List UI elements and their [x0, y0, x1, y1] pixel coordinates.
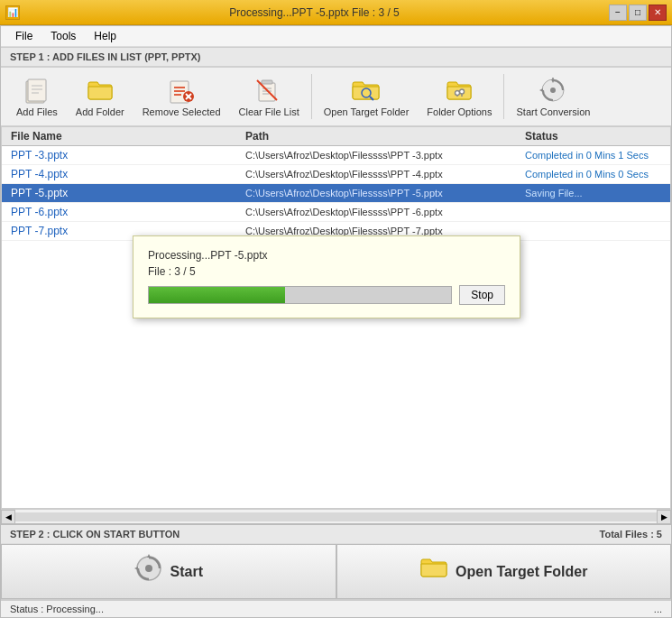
open-target-folder-big-icon	[419, 555, 448, 588]
start-conversion-button[interactable]: Start Conversion	[508, 71, 598, 122]
menu-bar: File Tools Help	[1, 26, 671, 47]
file-status-cell: Completed in 0 Mins 0 Secs	[516, 169, 670, 180]
title-bar-left: 📊	[5, 5, 20, 20]
file-path-cell: C:\Users\Afroz\Desktop\Filessss\PPT -3.p…	[236, 150, 516, 161]
file-path-cell: C:\Users\Afroz\Desktop\Filessss\PPT -6.p…	[236, 207, 516, 217]
file-name-cell: PPT -4.pptx	[2, 168, 236, 180]
status-text: Status : Processing...	[10, 604, 104, 614]
progress-line1: Processing...PPT -5.pptx	[148, 249, 505, 262]
svg-marker-31	[147, 554, 151, 558]
file-list-area: File Name Path Status PPT -3.pptxC:\User…	[1, 126, 671, 509]
scroll-left-button[interactable]: ◀	[1, 510, 15, 524]
app-icon: 📊	[5, 5, 20, 20]
open-target-folder-button[interactable]: Open Target Folder	[316, 71, 418, 122]
svg-point-30	[145, 565, 152, 572]
svg-point-23	[460, 89, 465, 94]
file-path-cell: C:\Users\Afroz\Desktop\Filessss\PPT -4.p…	[236, 169, 516, 180]
table-row[interactable]: PPT -4.pptxC:\Users\Afroz\Desktop\Filess…	[2, 165, 670, 184]
scroll-right-button[interactable]: ▶	[657, 510, 671, 524]
title-bar: 📊 Processing...PPT -5.pptx File : 3 / 5 …	[0, 0, 672, 25]
file-name-cell: PPT -5.pptx	[2, 187, 236, 199]
toolbar: Add Files Add Folder	[1, 68, 671, 126]
table-row[interactable]: PPT -6.pptxC:\Users\Afroz\Desktop\Filess…	[2, 203, 670, 222]
toolbar-separator	[311, 74, 312, 119]
progress-line2: File : 3 / 5	[148, 265, 505, 278]
open-target-folder-icon	[350, 76, 382, 105]
col-header-name: File Name	[2, 130, 236, 143]
status-bar: Status : Processing... ...	[1, 600, 671, 617]
svg-point-21	[456, 91, 460, 96]
step2-header: STEP 2 : CLICK ON START BUTTON Total Fil…	[1, 523, 671, 544]
menu-help[interactable]: Help	[87, 28, 124, 44]
svg-marker-32	[134, 567, 138, 570]
start-button[interactable]: Start	[1, 544, 336, 599]
remove-selected-button[interactable]: Remove Selected	[134, 71, 229, 122]
svg-rect-13	[262, 80, 272, 84]
bottom-buttons: Start Open Target Folder	[1, 544, 671, 600]
file-rows: PPT -3.pptxC:\Users\Afroz\Desktop\Filess…	[2, 146, 670, 504]
col-header-status: Status	[516, 130, 670, 143]
file-path-cell: C:\Users\Afroz\Desktop\Filessss\PPT -5.p…	[236, 188, 516, 198]
open-target-label: Open Target Folder	[456, 564, 587, 580]
step2-label: STEP 2 : CLICK ON START BUTTON	[10, 529, 180, 540]
progress-bar-track	[148, 286, 452, 304]
open-target-folder-bottom-button[interactable]: Open Target Folder	[336, 544, 672, 599]
total-files-label: Total Files : 5	[600, 529, 662, 540]
minimize-button[interactable]: −	[609, 5, 627, 21]
file-name-cell: PPT -3.pptx	[2, 149, 236, 161]
menu-tools[interactable]: Tools	[43, 28, 83, 44]
table-row[interactable]: PPT -3.pptxC:\Users\Afroz\Desktop\Filess…	[2, 146, 670, 165]
start-label: Start	[170, 564, 203, 580]
add-folder-button[interactable]: Add Folder	[68, 71, 133, 122]
svg-rect-1	[28, 79, 46, 101]
folder-options-button[interactable]: Folder Options	[419, 71, 500, 122]
remove-selected-icon	[165, 76, 198, 105]
col-header-path: Path	[236, 130, 516, 143]
close-button[interactable]: ✕	[649, 5, 667, 21]
folder-options-icon	[443, 76, 475, 105]
file-status-cell: Saving File...	[516, 188, 670, 198]
progress-dialog: Processing...PPT -5.pptx File : 3 / 5 St…	[133, 235, 520, 318]
window-title: Processing...PPT -5.pptx File : 3 / 5	[20, 6, 609, 19]
menu-file[interactable]: File	[8, 28, 40, 44]
maximize-button[interactable]: □	[629, 5, 647, 21]
status-right: ...	[654, 604, 662, 614]
svg-point-25	[550, 88, 556, 93]
start-conversion-icon	[537, 76, 569, 105]
clear-file-list-button[interactable]: Clear File List	[231, 71, 308, 122]
table-row[interactable]: PPT -5.pptxC:\Users\Afroz\Desktop\Filess…	[2, 184, 670, 203]
scroll-track[interactable]	[15, 512, 657, 521]
progress-bar-container: Stop	[148, 285, 505, 305]
add-files-button[interactable]: Add Files	[8, 71, 66, 122]
file-list-header: File Name Path Status	[2, 127, 670, 146]
progress-bar-fill	[149, 287, 285, 303]
step1-header: STEP 1 : ADD FILES IN LIST (PPT, PPTX)	[1, 47, 671, 68]
start-button-icon	[134, 554, 163, 589]
toolbar-separator-2	[503, 74, 504, 119]
window-controls: − □ ✕	[609, 5, 667, 21]
add-files-icon	[21, 76, 53, 105]
add-folder-icon	[84, 76, 116, 105]
svg-marker-28	[539, 88, 543, 92]
file-name-cell: PPT -6.pptx	[2, 206, 236, 218]
horizontal-scrollbar[interactable]: ◀ ▶	[1, 509, 671, 523]
main-container: File Tools Help STEP 1 : ADD FILES IN LI…	[0, 25, 672, 618]
clear-file-list-icon	[253, 76, 285, 105]
file-status-cell: Completed in 0 Mins 1 Secs	[516, 150, 670, 161]
stop-button[interactable]: Stop	[459, 285, 505, 305]
